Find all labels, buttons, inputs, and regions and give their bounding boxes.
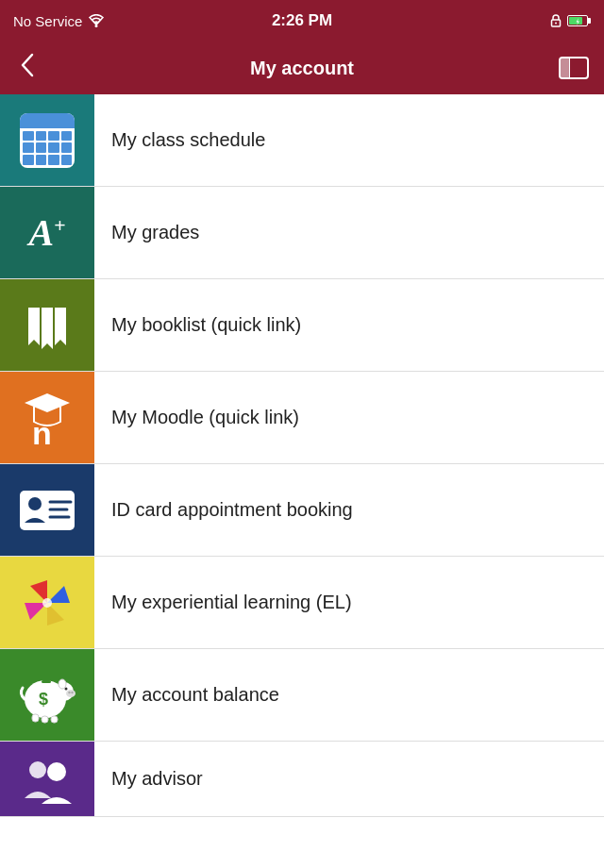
id-card-icon-box (0, 464, 94, 556)
svg-rect-24 (51, 716, 58, 723)
svg-point-13 (42, 598, 52, 608)
carrier-text: No Service (13, 13, 82, 29)
battery-indicator (567, 15, 591, 26)
svg-point-27 (47, 762, 66, 781)
svg-point-18 (71, 691, 73, 693)
grade-icon: A+ (28, 210, 65, 255)
status-time: 2:26 PM (272, 11, 332, 30)
moodle-icon-box: n (0, 372, 94, 463)
id-card-icon (16, 487, 78, 534)
calendar-icon (20, 113, 75, 168)
svg-rect-23 (42, 716, 48, 723)
class-schedule-label: My class schedule (94, 94, 265, 186)
lock-icon (550, 14, 562, 27)
svg-marker-3 (28, 308, 40, 345)
svg-point-0 (95, 25, 98, 27)
id-card-label: ID card appointment booking (94, 464, 353, 556)
svg-point-20 (59, 679, 66, 689)
bookmarks-icon (19, 298, 76, 353)
booklist-label: My booklist (quick link) (94, 279, 301, 371)
wifi-icon (88, 14, 105, 27)
status-bar: No Service 2:26 PM (0, 0, 604, 42)
menu-item-id-card[interactable]: ID card appointment booking (0, 464, 604, 557)
svg-point-2 (555, 23, 557, 25)
menu-item-grades[interactable]: A+ My grades (0, 187, 604, 279)
grades-label: My grades (94, 187, 199, 278)
el-icon-box (0, 557, 94, 648)
advisor-label: My advisor (94, 742, 203, 816)
status-left: No Service (13, 13, 164, 29)
grades-icon-box: A+ (0, 187, 94, 278)
back-button[interactable] (15, 49, 53, 88)
svg-text:$: $ (39, 690, 48, 709)
svg-rect-21 (42, 680, 51, 683)
account-balance-icon-box: $ (0, 649, 94, 741)
sidebar-toggle-button[interactable] (551, 57, 589, 79)
moodle-icon: n (15, 386, 79, 450)
piggy-bank-icon: $ (15, 663, 79, 727)
menu-item-account-balance[interactable]: $ My account balance (0, 649, 604, 742)
menu-item-booklist[interactable]: My booklist (quick link) (0, 279, 604, 372)
account-balance-label: My account balance (94, 649, 279, 741)
page-title: My account (53, 58, 551, 79)
advisor-icon-box (0, 742, 94, 816)
booklist-icon-box (0, 279, 94, 371)
svg-point-26 (29, 761, 46, 778)
svg-marker-6 (25, 393, 70, 412)
svg-point-16 (66, 690, 76, 697)
menu-item-el[interactable]: My experiential learning (EL) (0, 557, 604, 649)
svg-point-9 (28, 497, 42, 510)
nav-bar: My account (0, 42, 604, 94)
menu-item-advisor[interactable]: My advisor (0, 742, 604, 817)
menu-item-moodle[interactable]: n My Moodle (quick link) (0, 372, 604, 464)
menu-list: My class schedule A+ My grades My bookli… (0, 94, 604, 817)
svg-marker-5 (55, 308, 66, 345)
menu-item-class-schedule[interactable]: My class schedule (0, 94, 604, 187)
svg-text:n: n (32, 415, 52, 450)
el-logo-icon (17, 573, 77, 633)
svg-rect-22 (32, 714, 39, 722)
el-label: My experiential learning (EL) (94, 557, 352, 648)
moodle-label: My Moodle (quick link) (94, 372, 299, 463)
advisor-icon (17, 749, 77, 810)
status-right (440, 14, 591, 27)
svg-marker-4 (42, 308, 53, 349)
svg-point-17 (68, 691, 70, 693)
class-schedule-icon-box (0, 94, 94, 186)
